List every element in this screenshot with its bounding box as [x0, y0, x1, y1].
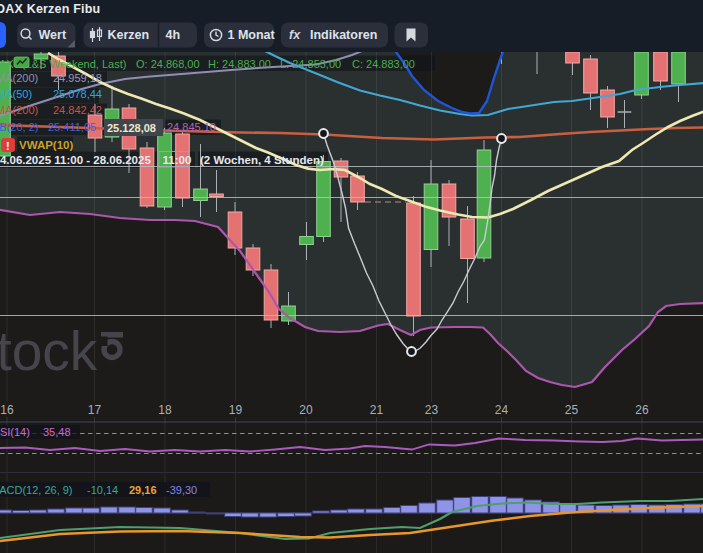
svg-text:fx: fx — [289, 28, 301, 42]
svg-text:24.959,18: 24.959,18 — [53, 72, 102, 84]
svg-text:25.128,08: 25.128,08 — [107, 122, 156, 134]
svg-text:DAX Kerzen Fibu: DAX Kerzen Fibu — [0, 2, 100, 16]
svg-text:20: 20 — [299, 403, 313, 417]
svg-text:MA(50): MA(50) — [0, 88, 32, 100]
svg-text:-39,30: -39,30 — [166, 484, 197, 496]
svg-text:23: 23 — [425, 403, 439, 417]
svg-text:C: 24.883,00: C: 24.883,00 — [352, 58, 415, 70]
svg-text:1 Monat: 1 Monat — [228, 28, 276, 42]
svg-text:16: 16 — [0, 403, 14, 417]
svg-text:Indikatoren: Indikatoren — [310, 28, 377, 42]
svg-text:17: 17 — [88, 403, 102, 417]
svg-text:25: 25 — [565, 403, 579, 417]
svg-text:VWAP(10): VWAP(10) — [19, 139, 73, 151]
svg-text:L: 24.853,00: L: 24.853,00 — [280, 58, 341, 70]
svg-text:!: ! — [6, 140, 10, 152]
svg-text:18: 18 — [158, 403, 172, 417]
svg-text:BB(20, 2): BB(20, 2) — [0, 121, 38, 133]
svg-text:MACD(12, 26, 9): MACD(12, 26, 9) — [0, 484, 73, 496]
svg-text:11:00: 11:00 — [163, 154, 192, 166]
svg-text:4h: 4h — [166, 28, 181, 42]
svg-text:RSI(14): RSI(14) — [0, 426, 30, 438]
svg-text:25.411,05: 25.411,05 — [48, 121, 96, 133]
svg-text:26: 26 — [635, 403, 649, 417]
svg-text:19: 19 — [229, 403, 243, 417]
svg-text:stock: stock — [0, 320, 98, 382]
svg-text:MA(200): MA(200) — [0, 72, 38, 84]
svg-text:Kerzen: Kerzen — [108, 28, 150, 42]
svg-text:Wert: Wert — [39, 28, 67, 42]
svg-text:(L&S Weekend, Last): (L&S Weekend, Last) — [22, 58, 126, 70]
svg-text:24.06.2025 11:00 - 28.06.2025: 24.06.2025 11:00 - 28.06.2025 — [0, 154, 151, 166]
svg-text:O: 24.868,00: O: 24.868,00 — [136, 58, 200, 70]
svg-text:DAX: DAX — [0, 58, 14, 70]
svg-text:-10,14: -10,14 — [87, 484, 118, 496]
svg-text:29,16: 29,16 — [129, 484, 157, 496]
svg-text:(2 Wochen, 4 Stunden): (2 Wochen, 4 Stunden) — [200, 154, 324, 166]
svg-text:24.842,42: 24.842,42 — [53, 104, 102, 116]
svg-text:24.845,10: 24.845,10 — [167, 121, 216, 133]
svg-text:24: 24 — [495, 403, 509, 417]
svg-text:MA(200): MA(200) — [0, 104, 38, 116]
svg-text:35,48: 35,48 — [43, 426, 71, 438]
svg-text:H: 24.883,00: H: 24.883,00 — [208, 58, 271, 70]
svg-text:21: 21 — [370, 403, 384, 417]
svg-text:25.078,44: 25.078,44 — [53, 88, 102, 100]
